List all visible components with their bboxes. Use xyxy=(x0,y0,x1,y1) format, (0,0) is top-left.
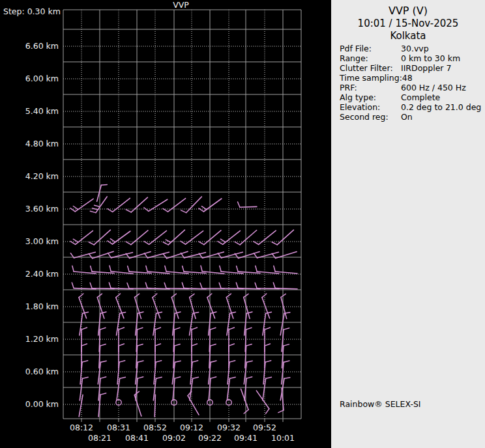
panel-title: VVP (V) xyxy=(331,5,485,17)
wind-barb-tick xyxy=(144,208,149,212)
wind-barb-tick xyxy=(192,361,198,362)
wind-barb-tick xyxy=(81,344,87,346)
wind-barb-tick xyxy=(274,266,275,272)
wind-barb-tick xyxy=(70,242,76,245)
wind-barb-tick xyxy=(220,266,221,272)
wind-barb-tick xyxy=(127,283,129,288)
wind-barb-tick xyxy=(193,377,199,378)
panel-site: Kolkata xyxy=(331,30,485,42)
wind-barb-tick xyxy=(156,361,162,362)
x-axis-label: 08:52 xyxy=(143,423,167,432)
field-row-prf: PRF: 600 Hz / 450 Hz xyxy=(340,83,482,92)
wind-barb-tick xyxy=(100,377,106,378)
wind-barb-tick xyxy=(138,377,143,378)
field-row-elevation: Elevation: 0.2 deg to 21.0 deg xyxy=(340,102,482,112)
wind-barb-tick xyxy=(163,254,167,259)
vvp-wind-profile-chart: Step: 0.30 kmVVP6.60 km6.00 km5.40 km4.8… xyxy=(0,0,331,448)
field-row-range: Range: 0 km to 30 km xyxy=(340,53,482,63)
field-value xyxy=(413,73,482,83)
wind-barb-tick xyxy=(100,312,106,313)
wind-barb-tick xyxy=(110,266,111,272)
wind-barb-tick xyxy=(226,294,231,298)
field-row-clutter-filter: Clutter Filter: IIRDoppler 7 xyxy=(340,63,482,73)
wind-barb-tick xyxy=(144,242,149,245)
wind-barb-tick xyxy=(175,344,181,346)
wind-barb-tick xyxy=(89,254,93,259)
wind-barb-staff xyxy=(97,185,102,201)
wind-barb-tick xyxy=(82,377,88,378)
wind-barb-tick xyxy=(246,328,252,329)
field-value: 30.vvp xyxy=(401,44,482,53)
wind-barb-tick xyxy=(81,328,87,329)
wind-barb-tick xyxy=(174,328,180,329)
y-axis-label: 6.00 km xyxy=(25,74,59,83)
wind-barb-tick xyxy=(119,361,125,362)
wind-barb-staff xyxy=(154,395,155,417)
wind-barb-tick xyxy=(255,283,257,288)
wind-barb-staff xyxy=(240,231,257,245)
wind-barb-tick xyxy=(236,283,238,288)
wind-barb-staff xyxy=(240,206,257,207)
wind-barb-tick xyxy=(120,377,126,378)
wind-barb-staff xyxy=(168,199,185,212)
wind-barb-tick xyxy=(175,312,181,313)
field-value: 0.2 deg to 21.0 deg xyxy=(401,102,482,112)
wind-barb-tick xyxy=(138,361,143,362)
wind-barb-tick xyxy=(119,344,124,346)
wind-barb-tick xyxy=(72,283,74,288)
wind-barb-tick xyxy=(156,377,162,378)
wind-barb-tick xyxy=(119,328,124,329)
y-axis-label: 6.60 km xyxy=(25,41,59,51)
wind-barb-tick xyxy=(246,377,252,378)
x-axis-label: 08:31 xyxy=(107,423,130,432)
wind-barb-tick xyxy=(116,294,121,298)
wind-barb-tick xyxy=(83,312,89,313)
panel-datetime: 10:01 / 15-Nov-2025 xyxy=(331,18,485,29)
wind-barb-staff xyxy=(186,197,202,212)
wind-barb-tick xyxy=(100,393,106,395)
wind-barb-tick xyxy=(182,283,184,288)
wind-barb-tick xyxy=(199,242,204,245)
wind-barb-staff xyxy=(131,197,147,212)
x-axis-label: 09:22 xyxy=(198,433,222,443)
wind-barb-tick xyxy=(146,266,147,272)
wind-barb-tick xyxy=(108,241,112,244)
wind-barb-tick xyxy=(262,294,267,298)
field-label: Time sampling:48 xyxy=(340,73,413,83)
wind-barb-tick xyxy=(163,242,168,245)
wind-barb-tick xyxy=(82,361,88,362)
wind-barb-tick xyxy=(100,361,106,362)
wind-barb-tick xyxy=(219,283,221,288)
x-axis-label: 08:12 xyxy=(70,423,93,432)
y-axis-label: 0.60 km xyxy=(25,367,59,376)
wind-barb-tick xyxy=(90,211,96,212)
wind-barb-tick xyxy=(153,294,157,298)
y-axis-label: 5.40 km xyxy=(25,106,59,116)
field-label: Alg type: xyxy=(340,92,401,102)
x-axis-label: 08:21 xyxy=(88,433,111,443)
wind-barb-tick xyxy=(192,328,197,329)
wind-barb-staff xyxy=(256,391,269,409)
wind-barb-tick xyxy=(265,344,270,346)
info-panel: VVP (V) 10:01 / 15-Nov-2025 Kolkata Pdf … xyxy=(331,0,485,448)
wind-barb-tick xyxy=(90,283,92,288)
y-axis-label: 4.20 km xyxy=(25,171,59,181)
wind-barb-tick xyxy=(128,266,129,272)
wind-barb-tick xyxy=(126,242,131,245)
wind-barb-tick xyxy=(110,239,115,242)
field-label: PRF: xyxy=(340,83,401,92)
x-axis-label: 09:32 xyxy=(217,423,241,432)
step-label: Step: 0.30 km xyxy=(3,7,61,16)
field-label: Second reg: xyxy=(340,112,401,122)
wind-barb-tick xyxy=(266,377,272,378)
wind-barb-staff xyxy=(188,396,199,415)
wind-barb-tick xyxy=(181,210,186,213)
wind-barb-tick xyxy=(73,239,78,242)
wind-barb-staff xyxy=(94,230,110,245)
wind-barb-tick xyxy=(199,208,203,212)
wind-barb-tick xyxy=(246,344,252,346)
wind-barb-tick xyxy=(166,240,171,242)
field-row-alg-type: Alg type: Complete xyxy=(340,92,482,102)
wind-barb-tick xyxy=(164,283,166,288)
wind-barb-tick xyxy=(70,208,75,212)
